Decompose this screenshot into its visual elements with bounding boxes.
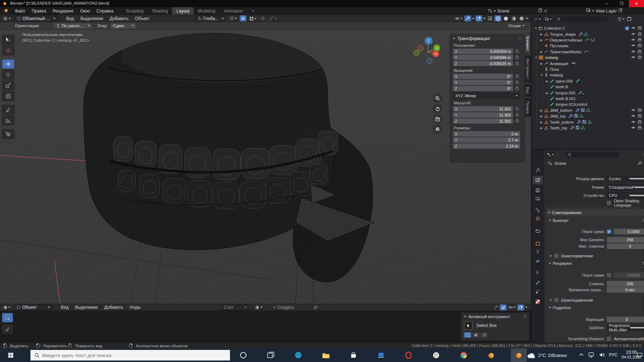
- 3d-viewport[interactable]: Пользовательская перспектива (901) Colle…: [0, 30, 531, 304]
- modifier-icon[interactable]: [574, 114, 578, 119]
- collapsed-Шумоподавление[interactable]: Шумоподавление: [550, 253, 593, 259]
- weather-widget[interactable]: 2°C Облачно: [527, 348, 567, 362]
- add-workspace-button[interactable]: +: [247, 7, 258, 15]
- taskbar-search[interactable]: [30, 350, 230, 361]
- shading-wireframe-button[interactable]: [494, 15, 501, 21]
- snap-target-dropdown[interactable]: [249, 15, 257, 21]
- start-button[interactable]: [3, 348, 19, 362]
- render-visibility-icon[interactable]: [638, 38, 642, 43]
- lock-icon[interactable]: [515, 74, 519, 79]
- wrench-icon[interactable]: [577, 120, 581, 125]
- render-visibility-icon[interactable]: [638, 108, 642, 113]
- taskbar-app-laptop[interactable]: [373, 348, 389, 362]
- shader-snap-toggle[interactable]: [500, 304, 507, 311]
- location-y-field[interactable]: Y0.040846 m: [453, 55, 522, 60]
- modifier-icon[interactable]: [581, 108, 585, 113]
- outliner-item-tongue.005[interactable]: ▶tongue.0056: [532, 90, 644, 95]
- keys-icon[interactable]: [571, 61, 576, 66]
- viewport-menu-Объект[interactable]: Объект: [132, 15, 153, 22]
- wrench-icon[interactable]: [570, 125, 574, 130]
- orthographic-toggle-button[interactable]: [433, 124, 442, 134]
- select-box-tool-icon[interactable]: [464, 321, 473, 330]
- outliner-item-metarig[interactable]: ▼metarig: [532, 55, 644, 60]
- outliner-item-JAW_bottom[interactable]: ▶JAW_bottom: [532, 108, 644, 113]
- checkbox[interactable]: [554, 254, 558, 258]
- mode-selector[interactable]: Объектный ...: [14, 15, 58, 21]
- outliner-item-spine.006[interactable]: ▶spine.006: [532, 78, 644, 84]
- outliner-item-Пустышка[interactable]: Пустышка: [532, 43, 644, 49]
- outliner-item-Tongue_shape[interactable]: ▶Tongue_shape: [532, 31, 644, 37]
- outliner-filter-type-dropdown[interactable]: [544, 16, 552, 22]
- viewport-menu-Выделение[interactable]: Выделение: [77, 15, 107, 22]
- render-visibility-icon[interactable]: [638, 55, 642, 60]
- transform-orientation-dropdown[interactable]: Глоба...: [195, 15, 226, 21]
- subsection-Вьюпорт[interactable]: Вьюпорт: [549, 218, 644, 223]
- tool-add-cube-button[interactable]: [2, 129, 15, 139]
- meshdata-icon[interactable]: [587, 120, 592, 125]
- lock-icon[interactable]: [515, 106, 519, 111]
- shader-menu-Ноды[interactable]: Ноды: [126, 304, 144, 311]
- scale-y-field[interactable]: Y11.302: [453, 112, 522, 118]
- wrench-icon[interactable]: [569, 114, 573, 119]
- properties-tab-collection[interactable]: [533, 227, 543, 235]
- outliner-item-Collection_2[interactable]: ▼Collection 2: [532, 25, 644, 31]
- taskbar-app-explorer[interactable]: [318, 348, 334, 362]
- lock-icon[interactable]: [515, 49, 519, 54]
- taskbar-app-paint[interactable]: [428, 348, 444, 362]
- proportional-editing-toggle[interactable]: [259, 15, 266, 21]
- render-visibility-icon[interactable]: [638, 125, 642, 130]
- Шаблон-dropdown[interactable]: Progressive Multi-Jitter: [607, 325, 644, 331]
- meshdata-icon[interactable]: [579, 114, 584, 119]
- taskbar-app-chrome[interactable]: [456, 348, 472, 362]
- jaw-teeth-model[interactable]: [84, 33, 374, 282]
- Устройство-dropdown[interactable]: CPU: [607, 193, 644, 198]
- subsection-Подробно[interactable]: Подробно: [549, 306, 644, 310]
- outliner-item-Teeth_bottom[interactable]: ▶Teeth_bottom: [532, 119, 644, 125]
- volume-icon[interactable]: [599, 352, 605, 358]
- hide-eye-icon[interactable]: [631, 55, 635, 60]
- maximize-button[interactable]: ❐: [614, 0, 629, 7]
- properties-tab-output[interactable]: [533, 186, 543, 195]
- panel-drag-handle[interactable]: ⠿: [523, 314, 526, 319]
- bone-icon[interactable]: [576, 79, 580, 84]
- shader-menu-Вид[interactable]: Вид: [58, 304, 72, 311]
- taskbar-app-store[interactable]: [346, 348, 361, 362]
- new-view-layer-icon[interactable]: [618, 8, 623, 14]
- select-mode-subtract-button[interactable]: [480, 332, 488, 338]
- scale-x-field[interactable]: X11.302: [453, 106, 522, 111]
- dimensions-x-field[interactable]: X0 m: [453, 131, 522, 137]
- tool-scale-button[interactable]: [2, 80, 15, 90]
- preset-icon[interactable]: [643, 261, 644, 266]
- outliner-item-tongue.013control[interactable]: tongue.013control: [532, 101, 644, 107]
- properties-tab-scene[interactable]: [533, 206, 543, 214]
- expand-arrow-icon[interactable]: ▼: [535, 56, 538, 59]
- render-visibility-icon[interactable]: [638, 120, 642, 125]
- curvedata-icon[interactable]: [584, 49, 589, 54]
- workspace-tab-animation[interactable]: Animation: [220, 7, 247, 15]
- navigation-gizmo[interactable]: Y X Z: [411, 35, 444, 65]
- hide-eye-icon[interactable]: [631, 26, 635, 31]
- properties-tab-constraints[interactable]: [533, 247, 543, 256]
- tool-move-button[interactable]: [2, 59, 15, 69]
- modifier-icon[interactable]: [582, 120, 586, 125]
- expand-arrow-icon[interactable]: ▶: [540, 33, 544, 36]
- meshdata-icon[interactable]: [586, 108, 590, 113]
- shader-editor-type-button[interactable]: [2, 304, 11, 311]
- section-Сэмплирование[interactable]: Сэмплирование⠿: [546, 209, 644, 216]
- scale-z-field[interactable]: Z11.302: [453, 118, 522, 124]
- orientation-setting-dropdown[interactable]: По умолч...: [54, 23, 92, 29]
- new-material-button[interactable]: + Создать: [270, 304, 310, 311]
- tool-measure-button[interactable]: [2, 115, 15, 125]
- pin-icon[interactable]: [313, 305, 318, 310]
- rotation-mode-dropdown[interactable]: XYZ Эйлер: [453, 93, 520, 99]
- hide-eye-icon[interactable]: [631, 49, 635, 54]
- rotation-x-field[interactable]: X0°: [453, 74, 522, 79]
- meshdata-icon[interactable]: [584, 32, 588, 37]
- taskbar-app-task-view[interactable]: [263, 348, 279, 362]
- scene-selector[interactable]: Scene ✕: [488, 8, 547, 14]
- topbar-menu-Справка[interactable]: Справка: [93, 7, 117, 15]
- rotation-y-field[interactable]: Y0°: [453, 80, 522, 85]
- Порог шума-field[interactable]: 0.0100: [614, 272, 644, 278]
- checkbox[interactable]: [607, 201, 611, 205]
- lock-icon[interactable]: [515, 86, 519, 91]
